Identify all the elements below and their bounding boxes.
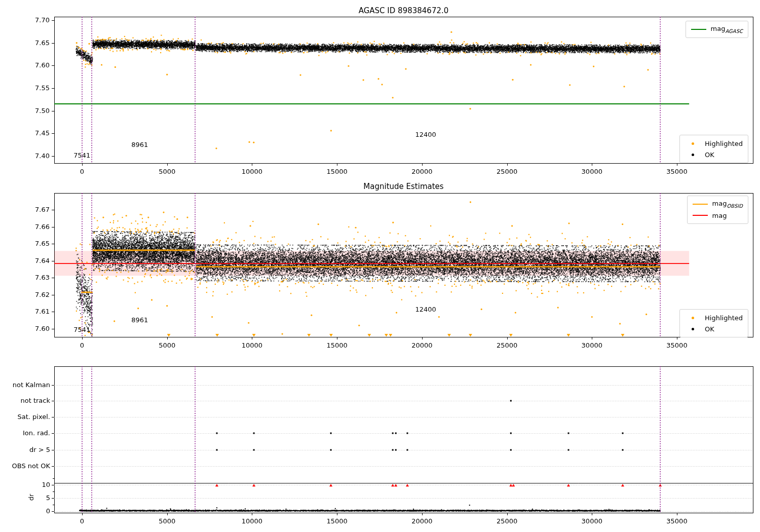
legend-entry: Highlighted bbox=[685, 312, 743, 323]
x-tick-label: 0 bbox=[64, 341, 100, 349]
legend-entry-subscript: OBSID bbox=[727, 203, 743, 209]
flag-row-label: Ion. rad. bbox=[0, 429, 50, 437]
y-tick-label: 7.45 bbox=[19, 129, 50, 137]
dr-tick-label: 0 bbox=[20, 507, 50, 515]
legend-marker-sample bbox=[685, 154, 700, 156]
x-tick-label: 30000 bbox=[574, 341, 610, 349]
x-tick-label: 25000 bbox=[489, 517, 525, 525]
legend-entry-label: OK bbox=[705, 151, 714, 159]
annotation: 12400 bbox=[415, 131, 436, 138]
x-tick-label: 0 bbox=[64, 168, 100, 175]
legend-entry: Highlighted bbox=[685, 138, 743, 149]
y-tick-label: 7.60 bbox=[19, 325, 50, 333]
y-tick-label: 7.70 bbox=[19, 16, 50, 24]
dr-tick-label: 10 bbox=[20, 481, 50, 489]
x-tick-label: 30000 bbox=[574, 517, 610, 525]
y-tick-label: 7.65 bbox=[19, 240, 50, 248]
x-tick-label: 5000 bbox=[149, 341, 185, 349]
x-tick-label: 35000 bbox=[659, 517, 695, 525]
legend-entry: mag bbox=[693, 210, 743, 221]
chart-canvas bbox=[0, 0, 760, 532]
x-tick-label: 25000 bbox=[489, 168, 525, 175]
legend-entry-label: mag bbox=[712, 212, 727, 219]
x-tick-label: 35000 bbox=[659, 341, 695, 349]
y-tick-label: 7.66 bbox=[19, 223, 50, 231]
legend-marker-dot bbox=[692, 154, 694, 156]
x-tick-label: 20000 bbox=[404, 168, 440, 175]
x-tick-label: 15000 bbox=[319, 168, 355, 175]
flag-row-label: not track bbox=[0, 397, 50, 405]
legend-marker-dot bbox=[692, 317, 694, 319]
x-tick-label: 30000 bbox=[574, 168, 610, 175]
flag-row-label: Sat. pixel. bbox=[0, 413, 50, 421]
x-tick-label: 10000 bbox=[234, 517, 270, 525]
x-tick-label: 5000 bbox=[149, 517, 185, 525]
legend-marker-dot bbox=[692, 142, 694, 145]
y-tick-label: 7.64 bbox=[19, 257, 50, 265]
legend-entry-subscript: AGASC bbox=[725, 28, 743, 34]
x-tick-label: 25000 bbox=[489, 341, 525, 349]
x-tick-label: 35000 bbox=[659, 168, 695, 175]
legend-points-top: HighlightedOK bbox=[679, 135, 748, 163]
x-tick-label: 10000 bbox=[234, 168, 270, 175]
y-tick-label: 7.50 bbox=[19, 107, 50, 115]
legend-entry: magOBSID bbox=[693, 199, 743, 210]
x-tick-label: 5000 bbox=[149, 168, 185, 175]
legend-marker-dot bbox=[692, 328, 694, 330]
y-tick-label: 7.67 bbox=[19, 206, 50, 214]
x-tick-label: 0 bbox=[64, 517, 100, 525]
legend-marker-sample bbox=[685, 328, 700, 330]
figure: AGASC ID 898384672.0 Magnitude Estimates… bbox=[0, 0, 760, 532]
y-tick-label: 7.60 bbox=[19, 61, 50, 69]
legend-entry-label: Highlighted bbox=[705, 314, 743, 322]
annotation: 12400 bbox=[415, 306, 436, 313]
y-tick-label: 7.65 bbox=[19, 39, 50, 47]
y-tick-label: 7.63 bbox=[19, 274, 50, 282]
x-tick-label: 10000 bbox=[234, 341, 270, 349]
y-tick-label: 7.62 bbox=[19, 291, 50, 299]
legend-entry-label: magOBSID bbox=[712, 200, 743, 209]
plot1-title: AGASC ID 898384672.0 bbox=[54, 6, 753, 15]
annotation: 7541 bbox=[73, 151, 90, 159]
legend-mag-obsid: magOBSIDmag bbox=[687, 196, 748, 224]
legend-entry-label: Highlighted bbox=[705, 140, 743, 147]
plot2-title: Magnitude Estimates bbox=[54, 182, 753, 191]
legend-line-sample bbox=[691, 29, 706, 30]
legend-entry-label: OK bbox=[705, 325, 714, 333]
legend-entry: OK bbox=[685, 323, 743, 334]
annotation: 8961 bbox=[131, 141, 148, 148]
flag-row-label: not Kalman bbox=[0, 381, 50, 389]
legend-entry: OK bbox=[685, 149, 743, 160]
x-tick-label: 20000 bbox=[404, 341, 440, 349]
legend-line-sample bbox=[693, 215, 708, 216]
flag-row-label: OBS not OK bbox=[0, 462, 50, 470]
x-tick-label: 20000 bbox=[404, 517, 440, 525]
legend-entry-label: magAGASC bbox=[711, 25, 743, 34]
y-tick-label: 7.61 bbox=[19, 308, 50, 316]
dr-axis-label: dr bbox=[27, 494, 35, 501]
legend-marker-sample bbox=[685, 317, 700, 319]
flag-row-label: dr > 5 bbox=[0, 446, 50, 454]
y-tick-label: 7.40 bbox=[19, 152, 50, 160]
legend-marker-sample bbox=[685, 142, 700, 145]
x-tick-label: 15000 bbox=[319, 341, 355, 349]
legend-entry: magAGASC bbox=[691, 24, 743, 35]
legend-line-sample bbox=[693, 204, 708, 205]
legend-mag-agasc: magAGASC bbox=[686, 21, 748, 38]
annotation: 8961 bbox=[131, 316, 148, 324]
annotation: 7541 bbox=[73, 326, 90, 333]
x-tick-label: 15000 bbox=[319, 517, 355, 525]
legend-points-mid: HighlightedOK bbox=[679, 309, 748, 337]
y-tick-label: 7.55 bbox=[19, 84, 50, 92]
